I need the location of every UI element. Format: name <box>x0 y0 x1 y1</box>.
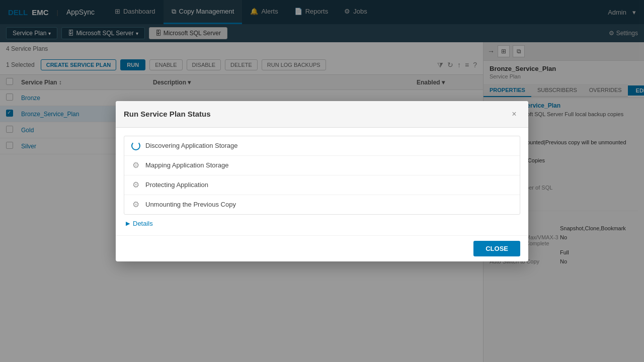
spinner-icon <box>131 141 140 150</box>
status-item-mapping: ⚙ Mapping Application Storage <box>124 156 520 175</box>
run-service-plan-modal: Run Service Plan Status × Discovering Ap… <box>116 101 528 261</box>
details-toggle[interactable]: ▶ Details <box>124 215 520 227</box>
status-label-protecting: Protecting Application <box>145 181 208 189</box>
details-arrow-icon: ▶ <box>126 220 130 227</box>
close-modal-button[interactable]: CLOSE <box>473 241 520 256</box>
gear-icon-unmounting: ⚙ <box>131 200 140 209</box>
gear-icon-protecting: ⚙ <box>131 180 140 190</box>
status-item-discovering: Discovering Application Storage <box>124 136 520 156</box>
details-label: Details <box>133 220 153 227</box>
modal-header: Run Service Plan Status × <box>116 101 528 128</box>
modal-overlay: Run Service Plan Status × Discovering Ap… <box>0 0 644 362</box>
status-label-mapping: Mapping Application Storage <box>145 161 229 169</box>
modal-footer: CLOSE <box>116 235 528 261</box>
status-label-discovering: Discovering Application Storage <box>145 142 238 149</box>
status-label-unmounting: Unmounting the Previous Copy <box>145 201 236 208</box>
modal-close-button[interactable]: × <box>508 108 520 120</box>
status-item-protecting: ⚙ Protecting Application <box>124 175 520 195</box>
status-item-unmounting: ⚙ Unmounting the Previous Copy <box>124 195 520 214</box>
modal-body: Discovering Application Storage ⚙ Mappin… <box>116 128 528 235</box>
gear-icon-mapping: ⚙ <box>131 161 140 170</box>
modal-title: Run Service Plan Status <box>124 110 211 118</box>
status-list: Discovering Application Storage ⚙ Mappin… <box>124 136 520 215</box>
